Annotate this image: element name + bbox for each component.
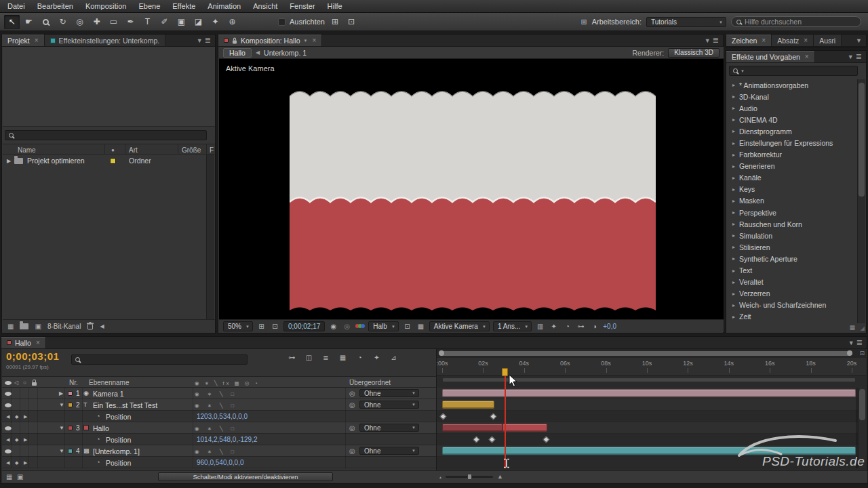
layer-row[interactable]: ▼3Hallo◉ ∗ ╲ □◎Ohne▼ [2, 422, 436, 434]
pan-behind-tool[interactable]: ✚ [89, 15, 104, 29]
magnification-dropdown[interactable]: 50%▼ [223, 321, 253, 331]
exposure-icon[interactable]: ◑ [589, 323, 599, 330]
breadcrumb-current[interactable]: Unterkomp. 1 [264, 49, 307, 57]
new-preset-icon[interactable]: ▦ [849, 324, 855, 331]
toggle-switches-modes-button[interactable]: Schalter/Modi aktivieren/deaktivieren [158, 472, 333, 481]
zoom-tool[interactable] [38, 15, 54, 29]
audio-icon[interactable]: ◁ [14, 380, 18, 386]
project-item-row[interactable]: ▶ Projekt optimieren Ordner [3, 155, 208, 167]
panel-menu-icon[interactable]: ▼≣ [844, 337, 867, 348]
close-icon[interactable]: × [36, 339, 40, 346]
property-value[interactable]: 1203,0,534,0,0,0 [197, 413, 248, 420]
close-icon[interactable]: × [35, 37, 39, 44]
property-row[interactable]: ◀◆▶◔Position1014,2,548,0,-129,2 [2, 434, 436, 445]
pixel-aspect-icon[interactable]: ▥ [535, 323, 545, 330]
visibility-eye-icon[interactable] [5, 392, 12, 396]
region-of-interest-icon[interactable]: ⊡ [402, 323, 412, 330]
layer-row[interactable]: ▼2TEin Tes...st Test Test◉ ∗ ╲ □◎Ohne▼ [2, 399, 436, 411]
tab-projekt[interactable]: Projekt × [2, 35, 45, 46]
keyframe-diamond[interactable] [473, 436, 480, 443]
snap-guides-icon[interactable]: ⊡ [345, 15, 357, 29]
tab-ausrichten[interactable]: Ausri [814, 35, 842, 46]
timeline-button-icon[interactable]: ◔ [562, 323, 572, 330]
preview-timecode[interactable]: 0;00;02;17 [283, 321, 325, 331]
current-timecode[interactable]: 0;00;03;01 [6, 350, 59, 362]
help-search-input[interactable] [745, 18, 856, 26]
effects-category-item[interactable]: ▸Keys [727, 184, 858, 195]
resolution-dropdown[interactable]: Halb▼ [368, 321, 399, 331]
effects-category-item[interactable]: ▸CINEMA 4D [727, 114, 858, 125]
stopwatch-icon[interactable]: ◔ [96, 459, 100, 466]
visibility-eye-icon[interactable] [5, 426, 12, 430]
twirl-icon[interactable]: ▶ [59, 390, 63, 396]
view-layout-dropdown[interactable]: 1 Ans...▼ [493, 321, 532, 331]
project-color-depth[interactable]: 8-Bit-Kanal [47, 323, 81, 330]
keyframe-diamond[interactable] [439, 413, 446, 420]
close-icon[interactable]: × [805, 53, 809, 60]
track-row[interactable] [437, 388, 858, 399]
visibility-eye-icon[interactable] [5, 403, 12, 407]
time-ruler[interactable]: :00s02s04s06s08s10s12s14s16s18s20s [437, 358, 866, 376]
eraser-tool[interactable]: ◪ [191, 15, 206, 29]
rotation-tool[interactable]: ↻ [55, 15, 71, 29]
brainstorm-icon[interactable]: ✦ [372, 354, 382, 361]
column-parent[interactable]: Übergeordnet [349, 379, 391, 386]
layer-label-color[interactable] [68, 391, 73, 396]
collapse-panel-icon[interactable]: ◀ [100, 323, 104, 329]
pickwhip-icon[interactable]: ◎ [349, 390, 355, 397]
pickwhip-icon[interactable]: ◎ [349, 424, 355, 432]
shape-tool[interactable]: ▭ [106, 15, 121, 29]
effects-category-item[interactable]: ▸Zeit [727, 311, 858, 323]
effects-category-item[interactable]: ▸Kanäle [727, 172, 858, 184]
exposure-value[interactable]: +0,0 [603, 323, 616, 330]
effects-category-item[interactable]: ▸Synthetic Aperture [727, 253, 858, 264]
keyframe-add-icon[interactable]: ◆ [15, 460, 18, 466]
caret-down-icon[interactable]: ▼ [304, 39, 308, 43]
column-name[interactable]: Name [18, 146, 36, 154]
breadcrumb-parent[interactable]: Hallo [223, 48, 252, 58]
menu-fenster[interactable]: Fenster [283, 0, 321, 12]
current-time-indicator-handle[interactable] [502, 368, 508, 376]
track-row[interactable] [437, 399, 858, 411]
camera-tool[interactable]: ◎ [72, 15, 87, 29]
twirl-icon[interactable]: ▼ [59, 448, 64, 454]
clone-stamp-tool[interactable]: ▣ [174, 15, 189, 29]
property-value[interactable]: 960,0,540,0,0,0 [197, 459, 244, 466]
hide-shy-layers-icon[interactable]: ≣ [321, 354, 331, 361]
visibility-eye-icon[interactable] [5, 449, 12, 453]
frame-blending-icon[interactable]: ▦ [338, 354, 348, 361]
twirl-icon[interactable]: ▶ [7, 158, 11, 164]
snap-grid-icon[interactable]: ⊞ [329, 15, 341, 29]
tab-absatz[interactable]: Absatz× [772, 35, 814, 46]
keyframe-add-icon[interactable]: ◆ [15, 437, 18, 443]
keyframe-next-icon[interactable]: ▶ [24, 460, 27, 466]
menu-datei[interactable]: Datei [1, 0, 31, 12]
effects-category-item[interactable]: ▸Audio [727, 102, 858, 114]
effects-category-item[interactable]: ▸Perspektive [727, 207, 858, 218]
flowchart-icon[interactable]: ⊶ [576, 323, 586, 330]
project-search-input[interactable] [16, 131, 203, 139]
panel-menu-icon[interactable]: ▼≣ [844, 51, 866, 62]
view-dropdown[interactable]: Aktive Kamera▼ [429, 321, 490, 331]
keyframe-diamond[interactable] [543, 436, 550, 443]
pickwhip-icon[interactable]: ◎ [349, 447, 355, 455]
zoom-slider-thumb[interactable] [467, 474, 472, 480]
column-number[interactable]: Nr. [69, 379, 78, 386]
keyframe-prev-icon[interactable]: ◀ [6, 460, 9, 466]
interpret-footage-icon[interactable]: ▦ [7, 323, 14, 330]
resize-grip-icon[interactable]: ◢ [861, 325, 865, 331]
property-row[interactable]: ◀◆▶◔Position1203,0,534,0,0,0 [2, 411, 436, 422]
project-scrollbar[interactable] [206, 155, 214, 321]
comp-mini-flowchart-icon[interactable]: ⊶ [287, 354, 297, 361]
effects-category-item[interactable]: ▸* Animationsvorgaben [727, 79, 858, 91]
effects-category-item[interactable]: ▸Rauschen und Korn [727, 218, 858, 230]
column-layer-name[interactable]: Ebenenname [89, 379, 130, 386]
channels-icon[interactable] [355, 324, 365, 328]
new-composition-icon[interactable]: ▣ [35, 323, 41, 330]
effects-category-item[interactable]: ▸Simulation [727, 230, 858, 241]
property-value[interactable]: 1014,2,548,0,-129,2 [197, 436, 258, 443]
close-icon[interactable]: × [762, 37, 766, 44]
effects-scrollbar[interactable] [857, 79, 865, 323]
stopwatch-icon[interactable]: ◔ [96, 413, 100, 420]
timeline-vertical-scrollbar[interactable] [858, 388, 866, 468]
